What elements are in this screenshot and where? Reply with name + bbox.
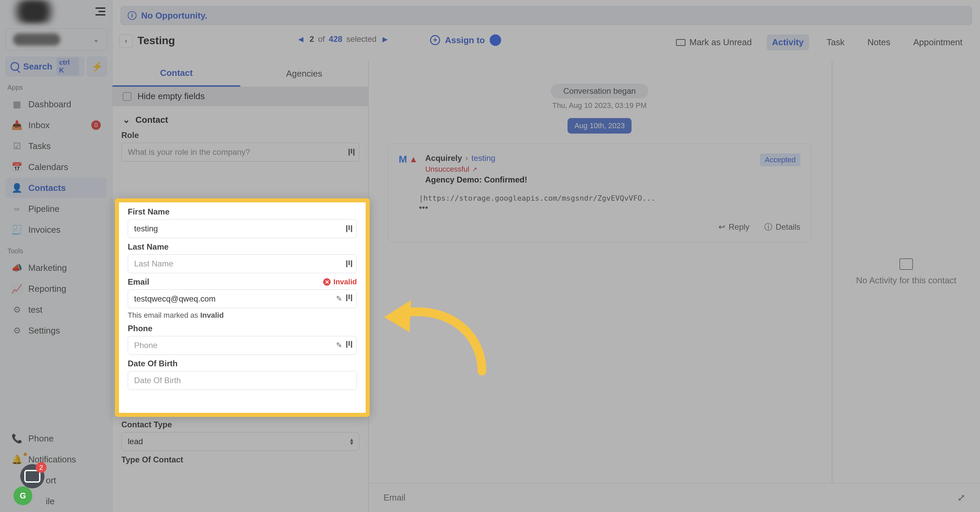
email-status: Unsuccessful↗ — [425, 165, 753, 174]
chat-launcher[interactable]: 2 — [20, 464, 45, 488]
reporting-icon: 📈 — [11, 283, 22, 294]
nav-invoices[interactable]: 🧾Invoices — [5, 220, 107, 240]
field-first-name: First Name — [119, 203, 366, 240]
section-contact-header[interactable]: ⌄ Contact — [113, 106, 368, 129]
search-label: Search — [23, 61, 52, 72]
email-card[interactable]: M▲ Acquirely›testing Unsuccessful↗ Agenc… — [388, 144, 811, 242]
hamburger-icon[interactable] — [95, 7, 105, 16]
calendar-icon: 📅 — [11, 161, 22, 172]
tab-activity[interactable]: Activity — [767, 34, 809, 50]
search-shortcut: ctrl K — [57, 58, 79, 75]
field-actions-icon[interactable]: ✎ — [336, 295, 352, 303]
date-chip: Aug 10th, 2023 — [568, 118, 632, 134]
conversation-column: Conversation began Thu, Aug 10 2023, 03:… — [369, 61, 830, 483]
field-type-of-contact: Type Of Contact — [113, 453, 368, 469]
user-avatar[interactable]: G — [13, 486, 32, 505]
assignee-avatar — [490, 34, 501, 46]
info-icon: ⓘ — [764, 222, 772, 232]
test-icon: ⚙ — [11, 304, 22, 315]
back-button[interactable]: ‹ — [119, 34, 133, 48]
reply-button[interactable]: ↩Reply — [719, 222, 749, 232]
pipeline-icon: ⎃ — [11, 203, 22, 214]
nav-inbox[interactable]: 📥Inbox0 — [5, 115, 107, 135]
compose-email-bar[interactable]: Email ⤢ — [369, 483, 980, 512]
nav-settings[interactable]: ⚙Settings — [5, 321, 107, 341]
inbox-badge: 0 — [91, 120, 101, 130]
email-subject: Agency Demo: Confirmed! — [425, 175, 753, 185]
hide-empty-checkbox[interactable] — [123, 92, 131, 101]
chat-badge: 2 — [36, 462, 46, 473]
tab-appointment[interactable]: Appointment — [908, 34, 968, 50]
dashboard-icon: ▦ — [11, 99, 22, 110]
highlight-annotation: First Name Last Name Email ✕Invalid ✎ Th… — [115, 198, 370, 417]
assign-to-button[interactable]: + Assign to — [430, 34, 501, 46]
tab-notes[interactable]: Notes — [862, 34, 896, 50]
tasks-icon: ☑ — [11, 140, 22, 152]
nav-phone[interactable]: 📞Phone — [5, 428, 107, 448]
sidebar-section-apps: Apps — [7, 84, 112, 91]
expand-icon[interactable]: ⤢ — [958, 492, 965, 503]
subtab-contact[interactable]: Contact — [113, 61, 240, 87]
role-input[interactable] — [121, 143, 359, 161]
pager-next[interactable]: ▶ — [380, 35, 390, 43]
dob-input[interactable] — [128, 371, 357, 390]
quick-actions-button[interactable]: ⚡ — [87, 57, 107, 76]
pager-prev[interactable]: ◀ — [296, 35, 305, 43]
conversation-began-chip: Conversation began — [550, 84, 648, 99]
nav-dashboard[interactable]: ▦Dashboard — [5, 94, 107, 114]
field-actions-icon[interactable] — [346, 225, 352, 232]
account-picker[interactable]: ⌄ — [5, 28, 107, 51]
activity-chart-icon — [899, 258, 913, 270]
pencil-icon[interactable]: ✎ — [336, 295, 342, 303]
nav-test[interactable]: ⚙test — [5, 300, 107, 320]
contacts-icon: 👤 — [11, 182, 22, 193]
right-tabs: Activity Task Notes Appointment — [767, 34, 968, 50]
accepted-badge: Accepted — [760, 153, 800, 166]
subtab-agencies[interactable]: Agencies — [240, 61, 368, 87]
nav-tasks[interactable]: ☑Tasks — [5, 136, 107, 156]
email-input[interactable] — [128, 289, 357, 308]
email-ellipsis[interactable]: ••• — [419, 203, 800, 213]
envelope-icon — [676, 39, 686, 46]
field-actions-icon[interactable] — [348, 149, 355, 155]
field-actions-icon[interactable] — [346, 260, 352, 267]
first-name-input[interactable] — [128, 219, 357, 238]
record-pager: ◀ 2 of 428 selected ▶ — [296, 34, 390, 44]
nav-pipeline[interactable]: ⎃Pipeline — [5, 199, 107, 219]
activity-column: No Activity for this contact — [832, 61, 980, 483]
nav-contacts[interactable]: 👤Contacts — [5, 178, 107, 198]
nav-calendars[interactable]: 📅Calendars — [5, 157, 107, 177]
invoice-icon: 🧾 — [11, 224, 22, 235]
sidebar: ⌄ Search ctrl K ⚡ Apps ▦Dashboard 📥Inbox… — [0, 0, 113, 512]
hide-empty-row[interactable]: Hide empty fields — [113, 87, 368, 106]
annotation-arrow — [377, 293, 492, 381]
notification-dot — [24, 453, 27, 456]
type-select[interactable] — [121, 432, 359, 451]
search-button[interactable]: Search ctrl K — [5, 57, 84, 76]
chevron-down-icon: ⌄ — [93, 35, 99, 44]
details-button[interactable]: ⓘDetails — [764, 222, 800, 232]
nav-reporting[interactable]: 📈Reporting — [5, 279, 107, 299]
field-dob: Date Of Birth — [119, 357, 366, 392]
nav-marketing[interactable]: 📣Marketing — [5, 258, 107, 278]
field-last-name: Last Name — [119, 240, 366, 275]
mark-unread-button[interactable]: Mark as Unread — [676, 37, 752, 48]
field-actions-icon[interactable]: ✎ — [336, 341, 352, 350]
field-contact-type: Contact Type ▴▾ — [113, 418, 368, 453]
banner-text: No Opportunity. — [141, 10, 207, 21]
tab-task[interactable]: Task — [821, 34, 850, 50]
search-icon — [10, 62, 19, 71]
chevron-down-icon: ⌄ — [123, 115, 130, 125]
nav-notifications[interactable]: 🔔Notifications — [5, 449, 107, 469]
no-activity-text: No Activity for this contact — [856, 275, 956, 286]
settings-icon: ⚙ — [11, 325, 22, 336]
phone-input[interactable] — [128, 336, 357, 355]
last-name-input[interactable] — [128, 254, 357, 273]
bell-icon: 🔔 — [11, 454, 22, 465]
no-opportunity-banner: i No Opportunity. — [121, 6, 972, 25]
inbox-icon: 📥 — [11, 120, 22, 131]
external-link-icon[interactable]: ↗ — [472, 166, 477, 173]
phone-icon: 📞 — [11, 433, 22, 444]
pencil-icon[interactable]: ✎ — [336, 341, 342, 350]
contact-title: Testing — [137, 34, 175, 47]
